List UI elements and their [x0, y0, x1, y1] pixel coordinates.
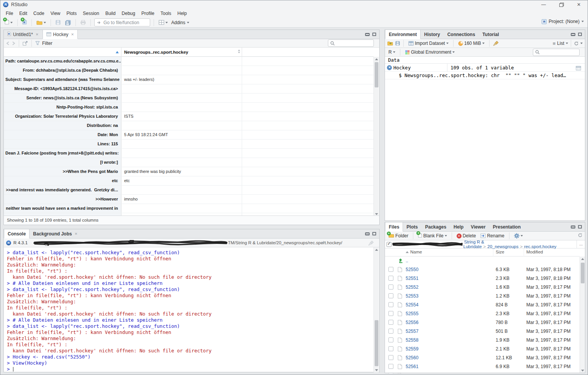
rename-file-button[interactable]: Rename — [479, 232, 505, 239]
menu-session[interactable]: Session — [80, 10, 102, 17]
file-link[interactable]: 52559 — [406, 346, 418, 352]
goto-directory-icon[interactable] — [321, 241, 326, 245]
tab-history[interactable]: History — [421, 30, 444, 39]
tab-background-jobs[interactable]: Background Jobs ✕ — [29, 229, 81, 238]
file-link[interactable]: 52558 — [406, 337, 418, 343]
table-row[interactable]: Organization: Solar Terresterial Physics… — [4, 112, 373, 121]
table-row[interactable]: Nntp-Posting-Host: stpl.ists.ca — [4, 103, 373, 112]
rowname-column-header[interactable] — [4, 48, 121, 57]
scrollbar-thumb[interactable] — [375, 320, 378, 366]
tab-presentation[interactable]: Presentation — [490, 222, 525, 231]
file-row[interactable]: 525521.6 KBMar 3, 1997, 8:17 PM — [385, 283, 580, 292]
parent-directory-row[interactable]: .. — [385, 257, 580, 265]
table-row[interactable]: From: dchhabra@stpl.ists.ca (Deepak Chha… — [4, 66, 373, 75]
tab-hockey[interactable]: Hockey ✕ — [43, 30, 78, 39]
load-workspace-icon[interactable] — [387, 41, 393, 46]
collapse-object-icon[interactable] — [387, 65, 392, 70]
file-link[interactable]: 52551 — [406, 276, 418, 281]
menu-view[interactable]: View — [47, 10, 64, 17]
file-checkbox[interactable] — [388, 320, 393, 325]
breadcrumb-more-button[interactable]: ... — [577, 240, 585, 248]
maximize-pane-icon[interactable] — [372, 232, 376, 235]
goto-file-input[interactable]: Go to file/function — [94, 18, 150, 26]
file-checkbox[interactable] — [388, 302, 393, 307]
minimize-pane-icon[interactable] — [571, 225, 575, 229]
table-row[interactable]: neither team would have seen a marked im… — [4, 204, 373, 213]
restore-button[interactable] — [552, 0, 570, 9]
forward-icon[interactable] — [12, 41, 15, 45]
table-scrollbar[interactable] — [373, 57, 379, 216]
table-row[interactable]: >>When the Pens got Mariogranted there w… — [4, 167, 373, 176]
menu-file[interactable]: File — [3, 10, 16, 17]
file-link[interactable]: 52560 — [406, 355, 418, 360]
new-project-button[interactable]: +R — [21, 18, 28, 27]
panes-layout-button[interactable] — [157, 19, 169, 26]
files-scrollbar[interactable] — [580, 257, 585, 373]
menu-help[interactable]: Help — [174, 10, 190, 17]
tab-plots[interactable]: Plots — [403, 222, 421, 231]
menu-plots[interactable]: Plots — [64, 10, 80, 17]
file-row[interactable]: 52554824 BMar 3, 1997, 8:17 PM — [385, 301, 580, 309]
table-search-input[interactable] — [328, 39, 374, 47]
table-row[interactable]: Lines: 115 — [4, 140, 373, 149]
new-file-button[interactable]: + — [3, 18, 14, 27]
save-all-button[interactable] — [64, 19, 72, 26]
file-row[interactable]: 5256012.1 KBMar 3, 1997, 8:17 PM — [385, 354, 580, 362]
scrollbar-thumb[interactable] — [375, 62, 378, 87]
refresh-icon[interactable] — [574, 41, 579, 46]
menu-build[interactable]: Build — [102, 10, 119, 17]
close-button[interactable]: ✕ — [570, 0, 588, 9]
file-row[interactable]: 52557501 BMar 3, 1997, 8:17 PM — [385, 327, 580, 336]
value-column-header[interactable]: Newsgroups..rec.sport.hockey — [121, 48, 242, 57]
menu-profile[interactable]: Profile — [138, 10, 157, 17]
file-checkbox[interactable] — [388, 364, 393, 369]
table-row[interactable]: Distribution: na — [4, 121, 373, 130]
menu-debug[interactable]: Debug — [119, 10, 138, 17]
file-row[interactable]: 525592.1 KBMar 3, 1997, 8:17 PM — [385, 345, 580, 354]
table-row[interactable]: >>and interest was immediately generated… — [4, 186, 373, 195]
file-checkbox[interactable] — [388, 355, 393, 360]
file-checkbox[interactable] — [388, 337, 393, 342]
modified-column-header[interactable]: Modified — [526, 250, 543, 254]
console-scrollbar[interactable] — [373, 247, 379, 372]
file-checkbox[interactable] — [388, 285, 393, 289]
tab-help[interactable]: Help — [450, 222, 467, 231]
close-icon[interactable]: ✕ — [71, 33, 74, 36]
maximize-pane-icon[interactable] — [372, 33, 376, 36]
file-checkbox[interactable] — [388, 329, 393, 334]
environment-selector[interactable]: Global Environment — [404, 49, 456, 56]
table-row[interactable]: >>Howeverimnsho — [4, 195, 373, 204]
list-view-label[interactable]: List — [557, 41, 564, 46]
print-button[interactable] — [79, 19, 87, 26]
table-row[interactable]: Date: Mon5 Apr 93 18:21:24 GMT — [4, 130, 373, 140]
open-file-button[interactable] — [35, 20, 47, 26]
column-sorter-icon[interactable] — [238, 49, 240, 53]
table-row[interactable]: etcetc — [4, 176, 373, 186]
table-row[interactable]: [I wrote:] — [4, 158, 373, 167]
file-link[interactable]: 52550 — [406, 267, 418, 272]
close-icon[interactable]: ✕ — [75, 232, 78, 236]
maximize-pane-icon[interactable] — [578, 33, 582, 36]
table-row[interactable]: Subject: Superstars and attendance (was … — [4, 75, 373, 84]
file-checkbox[interactable] — [388, 311, 393, 316]
import-dataset-button[interactable]: Import Dataset — [407, 40, 450, 47]
save-button[interactable] — [54, 19, 62, 26]
file-row[interactable]: 525581.9 KBMar 3, 1997, 8:17 PM — [385, 336, 580, 345]
console-output[interactable]: > data_list <- lapply("rec.sport.hockey"… — [4, 247, 373, 372]
file-row[interactable]: 525506.3 KBMar 3, 1997, 8:18 PM — [385, 265, 580, 274]
parent-directory-link[interactable]: .. — [406, 258, 408, 263]
table-row[interactable]: Message-ID: <1993Apr5.182124.17415@ists.… — [4, 84, 373, 94]
project-selector[interactable]: R Project: (None) — [542, 19, 584, 24]
breadcrumb-item[interactable]: String R & Lubridate — [464, 240, 484, 249]
file-checkbox[interactable] — [388, 276, 393, 281]
tab-tutorial[interactable]: Tutorial — [479, 30, 503, 39]
file-checkbox[interactable] — [388, 293, 393, 298]
clear-environment-broom-icon[interactable] — [493, 41, 499, 46]
filter-label[interactable]: Filter — [42, 41, 52, 46]
refresh-icon[interactable] — [578, 233, 583, 238]
maximize-pane-icon[interactable] — [578, 225, 582, 229]
tab-environment[interactable]: Environment — [385, 30, 421, 39]
scrollbar-thumb[interactable] — [581, 263, 585, 283]
file-link[interactable]: 52554 — [406, 302, 418, 308]
filter-icon[interactable] — [35, 41, 40, 45]
